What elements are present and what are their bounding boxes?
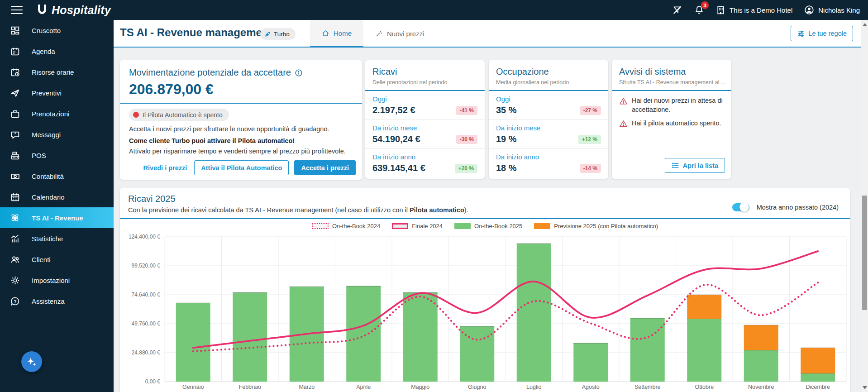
bar-Dicembre-On-the-Book-2025 [801,373,835,382]
tab-label: Nuovi prezzi [387,30,424,38]
legend-label: Previsione 2025 (con Pilota automatico) [554,223,658,229]
hotel-selector[interactable]: This is a Demo Hotel [716,5,792,15]
kpi-label-link[interactable]: Da inizio mese [496,124,601,132]
revenue-chart-card: Ricavi 2025 Con la previsione dei ricavi… [120,188,850,392]
legend-label: On-the-Book 2025 [474,223,522,229]
sidebar-item-clienti[interactable]: Clienti [0,249,114,270]
status-dot-red [133,112,139,118]
page-header: TS AI - Revenue management Turbo Home Nu… [114,20,861,48]
y-tick-label: 74.640,00 € [132,292,161,298]
sidebar-item-contabilita[interactable]: Contabilità [0,166,114,186]
tab-bar: Home Nuovi prezzi [310,20,436,48]
legend-swatch [534,223,550,229]
sidebar-item-risorse-orarie[interactable]: Risorse orarie [0,62,114,82]
sidebar-item-label: Clienti [32,256,51,263]
alert-item: Hai dei nuovi prezzi in attesa di accett… [619,96,723,114]
autopilot-status-text: Il Pilota Automatico è spento [143,111,223,119]
alert-item: Hai il pilota automatico spento. [619,119,723,128]
kpi-label-link[interactable]: Da inizio anno [496,153,601,161]
scroll-down-arrow[interactable] [861,384,868,391]
x-tick-label: Agosto [582,384,600,390]
open-list-label: Apri la lista [683,162,718,169]
legend-item: On-the-Book 2025 [454,223,522,229]
system-alerts-card: Avvisi di sistema Sfrutta TS AI - Revenu… [612,60,731,179]
sidebar-item-assistenza[interactable]: ? Assistenza [0,291,114,311]
movement-line1: Accetta i nuovi prezzi per sfruttare le … [129,125,329,133]
y-tick-label: 24.880,00 € [132,349,161,356]
movement-card-title: Movimentazione potenziale da accettare [129,67,303,78]
movement-line3: Attivalo per risparimare tempo e vendert… [129,148,346,155]
kpi-label-link[interactable]: Da inizio anno [372,153,477,161]
legend-label: Finale 2024 [412,223,443,229]
rules-button[interactable]: Le tue regole [791,26,853,41]
open-list-button[interactable]: Apri la lista [665,158,725,173]
chart-title: Ricavi 2025 [128,194,176,204]
help-icon: ? [10,296,20,306]
occupazione-card-subtitle: Media giornaliera nel periodo [496,79,569,86]
sidebar-item-label: Prenotazioni [32,110,69,118]
toggle-knob [739,202,749,212]
user-name: Nicholas King [818,6,860,14]
sidebar-item-impostazioni[interactable]: Impostazioni [0,270,114,291]
home-icon [322,29,329,37]
x-tick-label: Aprile [356,384,371,390]
scrollbar-thumb[interactable] [862,196,867,310]
scroll-up-arrow[interactable] [861,21,868,28]
kpi-delta-badge: +20 % [455,164,477,173]
movement-card: Movimentazione potenziale da accettare 2… [120,60,362,180]
kpi-label-link[interactable]: Oggi [496,95,601,103]
sidebar-item-pos[interactable]: POS [0,145,114,166]
legend-item: Previsione 2025 (con Pilota automatico) [534,223,658,229]
dashboard-icon [10,25,20,35]
sidebar-item-label: Calendario [32,193,65,201]
kpi-delta-badge: -30 % [456,135,477,144]
kpi-label-link[interactable]: Da inizio mese [372,124,477,132]
past-year-toggle[interactable] [732,203,749,211]
movement-line2: Come cliente Turbo puoi attivare il Pilo… [129,137,295,144]
alerts-card-subtitle: Sfrutta TS AI - Revenue management al ..… [619,79,725,86]
sidebar-item-agenda[interactable]: Agenda [0,41,114,62]
activate-autopilot-button[interactable]: Attiva il Pilota Automatico [194,160,289,175]
review-prices-button[interactable]: Rivedi i prezzi [142,162,189,174]
plan-badge: Turbo [260,28,296,40]
kpi-label-link[interactable]: Oggi [372,95,477,103]
topbar: Hospitality 3 [0,0,868,20]
tab-nuovi-prezzi[interactable]: Nuovi prezzi [363,20,436,48]
sidebar-item-prenotazioni[interactable]: Prenotazioni [0,103,114,124]
ai-assistant-fab[interactable] [21,351,42,372]
legend-swatch [454,223,471,229]
sidebar-item-preventivi[interactable]: Preventivi [0,82,114,103]
user-menu[interactable]: Nicholas King [804,5,860,15]
kpi-row: Da inizio mese 54.190,24 € -30 % [365,120,485,148]
logo-icon [36,4,48,16]
kpi-value: 54.190,24 € [372,134,420,144]
legend-item: On-the-Book 2024 [312,223,380,229]
sidebar-item-messaggi[interactable]: Messaggi [0,124,114,145]
y-tick-label: 99.520,00 € [132,263,161,269]
ricavi-card: Ricavi Delle prenotazioni nel periodo Og… [365,60,485,179]
notifications-button[interactable]: 3 [694,5,704,15]
movement-title-text: Movimentazione potenziale da accettare [129,67,291,78]
kpi-row: Oggi 2.197,52 € -41 % [365,91,485,120]
sidebar-item-ts-ai-revenue[interactable]: TS AI - Revenue [0,207,114,228]
rules-button-label: Le tue regole [808,30,847,37]
chart-subtitle-bold: Pilota automatico [410,206,464,214]
menu-icon[interactable] [11,6,23,14]
kpi-delta-badge: -27 % [580,106,601,115]
sidebar-item-cruscotto[interactable]: Cruscotto [0,20,114,41]
filter-off-icon[interactable] [672,5,682,15]
kpi-value: 18 % [496,163,517,173]
info-icon[interactable] [295,69,303,77]
clients-icon [10,254,20,264]
x-tick-label: Dicembre [806,384,830,390]
chart-legend: On-the-Book 2024Finale 2024On-the-Book 2… [120,223,850,229]
stats-icon [10,234,20,244]
scrollbar [861,20,868,392]
divider [120,218,850,219]
tab-home[interactable]: Home [310,20,363,48]
y-tick-label: 124.400,00 € [129,234,160,240]
sidebar-item-calendario[interactable]: Calendario [0,186,114,207]
past-year-toggle-wrap: Mostra anno passato (2024) [732,203,839,211]
accept-prices-button[interactable]: Accetta i prezzi [294,160,356,175]
sidebar-item-statistiche[interactable]: Statistiche [0,228,114,249]
